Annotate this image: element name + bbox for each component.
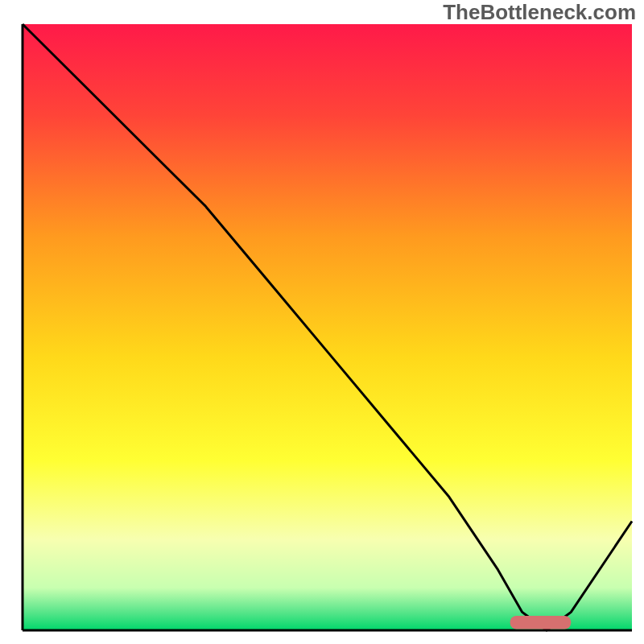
bottleneck-chart	[0, 0, 644, 644]
chart-container: TheBottleneck.com	[0, 0, 644, 644]
watermark-text: TheBottleneck.com	[443, 0, 636, 25]
optimal-range-marker	[510, 616, 572, 630]
